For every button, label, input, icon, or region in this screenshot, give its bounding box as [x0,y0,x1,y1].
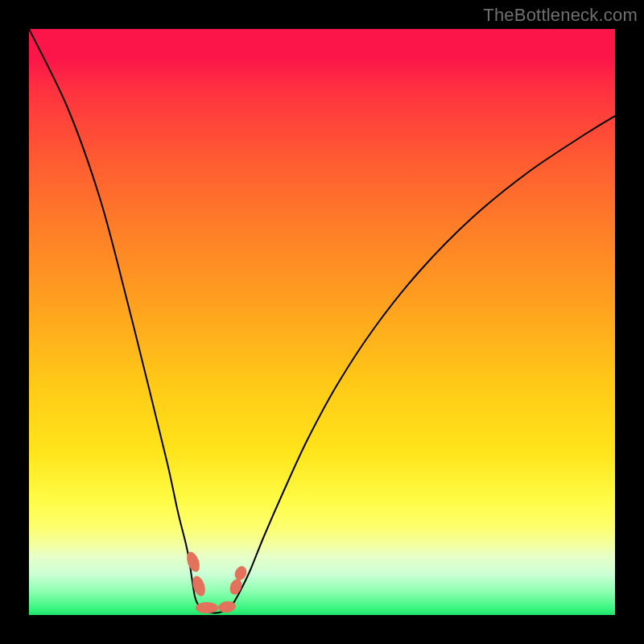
watermark-text: TheBottleneck.com [483,5,638,26]
chart-frame: TheBottleneck.com [0,0,644,644]
data-markers [184,550,249,613]
data-marker [228,577,244,597]
bottleneck-curve [29,29,615,613]
data-marker [196,602,218,613]
plot-area [29,29,615,615]
data-marker [184,550,202,573]
curve-svg [29,29,615,615]
